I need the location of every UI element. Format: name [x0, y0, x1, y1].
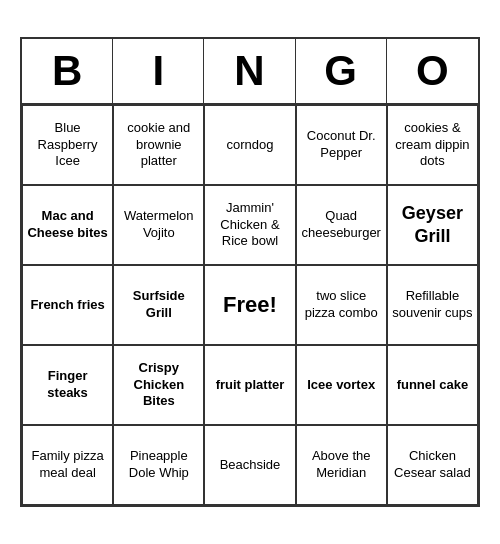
bingo-cell: French fries — [22, 265, 113, 345]
bingo-cell: Beachside — [204, 425, 295, 505]
bingo-grid: Blue Raspberry Iceecookie and brownie pl… — [22, 105, 478, 505]
bingo-cell: fruit platter — [204, 345, 295, 425]
header-letter: G — [296, 39, 387, 103]
header-letter: B — [22, 39, 113, 103]
bingo-cell: Free! — [204, 265, 295, 345]
bingo-cell: Chicken Cesear salad — [387, 425, 478, 505]
bingo-cell: Family pizza meal deal — [22, 425, 113, 505]
bingo-cell: two slice pizza combo — [296, 265, 387, 345]
bingo-cell: Quad cheeseburger — [296, 185, 387, 265]
bingo-cell: Pineapple Dole Whip — [113, 425, 204, 505]
bingo-cell: corndog — [204, 105, 295, 185]
header-letter: O — [387, 39, 478, 103]
bingo-cell: Watermelon Vojito — [113, 185, 204, 265]
header-letter: N — [204, 39, 295, 103]
bingo-cell: Crispy Chicken Bites — [113, 345, 204, 425]
bingo-cell: Jammin' Chicken & Rice bowl — [204, 185, 295, 265]
bingo-cell: Surfside Grill — [113, 265, 204, 345]
bingo-cell: Icee vortex — [296, 345, 387, 425]
bingo-cell: cookie and brownie platter — [113, 105, 204, 185]
bingo-cell: Mac and Cheese bites — [22, 185, 113, 265]
bingo-cell: Refillable souvenir cups — [387, 265, 478, 345]
bingo-cell: Above the Meridian — [296, 425, 387, 505]
bingo-cell: Blue Raspberry Icee — [22, 105, 113, 185]
bingo-cell: Geyser Grill — [387, 185, 478, 265]
bingo-cell: Finger steaks — [22, 345, 113, 425]
bingo-cell: funnel cake — [387, 345, 478, 425]
bingo-cell: Coconut Dr. Pepper — [296, 105, 387, 185]
bingo-header: BINGO — [22, 39, 478, 105]
header-letter: I — [113, 39, 204, 103]
bingo-cell: cookies & cream dippin dots — [387, 105, 478, 185]
bingo-card: BINGO Blue Raspberry Iceecookie and brow… — [20, 37, 480, 507]
